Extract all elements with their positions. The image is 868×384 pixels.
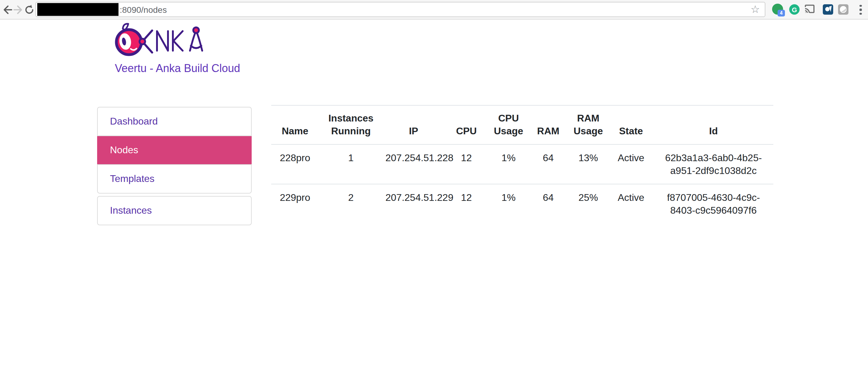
table-cell: 64: [528, 145, 568, 184]
blue-person-icon: [823, 4, 833, 14]
sidebar-item-templates[interactable]: Templates: [98, 164, 251, 193]
table-cell: 207.254.51.229: [383, 184, 444, 223]
table-cell: 12: [444, 184, 489, 223]
gray-extension-button[interactable]: [838, 4, 849, 15]
bookmark-star-icon[interactable]: ☆: [751, 3, 760, 16]
table-cell: Active: [609, 184, 654, 223]
table-cell: 62b3a1a3-6ab0-4b25-a951-2df9c1038d2c: [654, 145, 773, 184]
table-row[interactable]: 229pro2207.254.51.229121%6425%Activef870…: [271, 184, 773, 223]
grammarly-extension-button[interactable]: G: [789, 4, 800, 15]
redacted-url-host: [37, 3, 119, 16]
column-header-state: State: [609, 105, 654, 145]
browser-window: :8090/nodes ☆ 4 G: [0, 0, 868, 384]
column-header-ram-usage: RAM Usage: [568, 105, 609, 145]
table-header-row: NameInstances RunningIPCPUCPU UsageRAMRA…: [271, 105, 773, 145]
table-cell: 12: [444, 145, 489, 184]
table-cell: 2: [319, 184, 383, 223]
browser-menu-button[interactable]: [858, 4, 864, 15]
column-header-ip: IP: [383, 105, 444, 145]
table-cell: 228pro: [271, 145, 319, 184]
sidebar: DashboardNodesTemplatesInstances: [97, 107, 252, 225]
menu-dot: [860, 13, 862, 14]
table-cell: 229pro: [271, 184, 319, 223]
sidebar-item-nodes[interactable]: Nodes: [97, 135, 252, 164]
grammarly-icon: G: [789, 4, 800, 14]
url-text: :8090/nodes: [120, 5, 751, 14]
sidebar-item-dashboard[interactable]: Dashboard: [98, 107, 251, 135]
cast-icon: [804, 4, 815, 14]
anka-logo: [115, 23, 207, 59]
extension-green-badge-button[interactable]: 4: [772, 4, 783, 14]
column-header-instances-running: Instances Running: [319, 105, 383, 145]
sidebar-item-instances[interactable]: Instances: [98, 197, 251, 225]
blue-extension-button[interactable]: [823, 4, 834, 15]
table-body: 228pro1207.254.51.228121%6413%Active62b3…: [271, 145, 773, 223]
reload-button[interactable]: [22, 2, 37, 17]
extension-badge-count: 4: [778, 10, 785, 17]
url-bar[interactable]: :8090/nodes ☆: [35, 2, 765, 17]
page-title: Veertu - Anka Build Cloud: [115, 62, 240, 75]
table-cell: 1: [319, 145, 383, 184]
nodes-table-container: NameInstances RunningIPCPUCPU UsageRAMRA…: [271, 105, 775, 223]
gray-circle-icon: [838, 4, 848, 14]
table-cell: f8707005-4630-4c9c-8403-c9c5964097f6: [654, 184, 773, 223]
sidebar-card: Instances: [97, 196, 252, 225]
table-cell: 1%: [489, 145, 528, 184]
table-cell: 207.254.51.228: [383, 145, 444, 184]
cast-extension-button[interactable]: [804, 4, 815, 15]
browser-toolbar: :8090/nodes ☆ 4 G: [0, 0, 868, 20]
column-header-id: Id: [654, 105, 773, 145]
menu-dot: [860, 9, 862, 11]
column-header-cpu-usage: CPU Usage: [489, 105, 528, 145]
reload-icon: [23, 4, 35, 16]
menu-dot: [860, 5, 862, 7]
table-cell: Active: [609, 145, 654, 184]
table-cell: 13%: [568, 145, 609, 184]
table-cell: 1%: [489, 184, 528, 223]
column-header-cpu: CPU: [444, 105, 489, 145]
column-header-name: Name: [271, 105, 319, 145]
nodes-table: NameInstances RunningIPCPUCPU UsageRAMRA…: [271, 105, 773, 223]
table-cell: 25%: [568, 184, 609, 223]
column-header-ram: RAM: [528, 105, 568, 145]
table-row[interactable]: 228pro1207.254.51.228121%6413%Active62b3…: [271, 145, 773, 184]
sidebar-card: DashboardNodesTemplates: [97, 107, 252, 194]
table-cell: 64: [528, 184, 568, 223]
